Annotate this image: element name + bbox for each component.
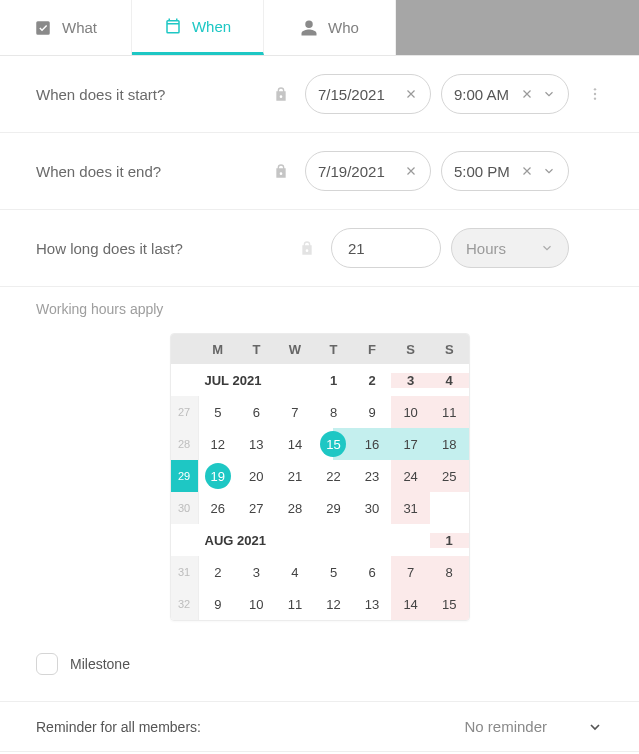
calendar-cell[interactable]: 2: [353, 373, 392, 388]
calendar-cell[interactable]: 7: [276, 396, 315, 428]
tab-when[interactable]: When: [132, 0, 264, 55]
calendar-cell[interactable]: 4: [276, 556, 315, 588]
end-date-input[interactable]: [318, 163, 396, 180]
calendar-month-row: JUL 2021 1 2 3 4: [171, 364, 469, 396]
calendar-cell[interactable]: 20: [237, 460, 276, 492]
duration-unit-select[interactable]: Hours: [451, 228, 569, 268]
start-date-input[interactable]: [318, 86, 396, 103]
calendar-wrap: M T W T F S S JUL 2021 1 2 3 4 27 5 6 7 …: [0, 327, 639, 643]
calendar-cell[interactable]: 21: [276, 460, 315, 492]
calendar-cell[interactable]: 9: [199, 588, 238, 620]
end-time-input[interactable]: [454, 163, 512, 180]
calendar-cell[interactable]: 4: [430, 373, 469, 388]
end-row: When does it end?: [0, 133, 639, 210]
tab-what-label: What: [62, 19, 97, 36]
calendar-cell[interactable]: 1: [314, 373, 353, 388]
milestone-label: Milestone: [70, 656, 130, 672]
calendar-header: M T W T F S S: [171, 334, 469, 364]
calendar-cell[interactable]: 3: [237, 556, 276, 588]
calendar-cell[interactable]: 25: [430, 460, 469, 492]
tabs-bar: What When Who: [0, 0, 639, 56]
calendar-cell[interactable]: 7: [391, 556, 430, 588]
dow-label: S: [391, 342, 430, 357]
calendar-cell[interactable]: 11: [276, 588, 315, 620]
dow-label: F: [353, 342, 392, 357]
calendar-cell[interactable]: 3: [391, 373, 430, 388]
calendar-cell[interactable]: 15: [430, 588, 469, 620]
calendar-cell[interactable]: 10: [237, 588, 276, 620]
duration-input[interactable]: [331, 228, 441, 268]
reminder-all-row[interactable]: Reminder for all members: No reminder: [0, 702, 639, 752]
calendar-cell[interactable]: 6: [237, 396, 276, 428]
calendar-cell[interactable]: 9: [353, 396, 392, 428]
calendar-week: 29 19 20 21 22 23 24 25: [171, 460, 469, 492]
duration-label: How long does it last?: [36, 240, 299, 257]
start-date-field[interactable]: [305, 74, 431, 114]
calendar-cell-range-end[interactable]: 19: [199, 460, 238, 492]
start-row: When does it start?: [0, 56, 639, 133]
calendar-cell[interactable]: 12: [199, 428, 238, 460]
dow-label: S: [430, 342, 469, 357]
tab-what[interactable]: What: [0, 0, 132, 55]
calendar-cell[interactable]: 6: [353, 556, 392, 588]
more-icon[interactable]: [587, 86, 603, 102]
calendar-cell[interactable]: 14: [276, 428, 315, 460]
calendar-cell[interactable]: 13: [237, 428, 276, 460]
calendar-cell[interactable]: 31: [391, 492, 430, 524]
calendar-cell[interactable]: 11: [430, 396, 469, 428]
calendar-month-row: AUG 2021 1: [171, 524, 469, 556]
calendar-cell[interactable]: 2: [199, 556, 238, 588]
calendar-month-label: JUL 2021: [199, 373, 315, 388]
end-date-field[interactable]: [305, 151, 431, 191]
calendar-cell[interactable]: 28: [276, 492, 315, 524]
calendar-cell[interactable]: 22: [314, 460, 353, 492]
duration-unit-label: Hours: [466, 240, 506, 257]
calendar-cell[interactable]: 17: [391, 428, 430, 460]
end-time-field[interactable]: [441, 151, 569, 191]
calendar-cell[interactable]: 8: [314, 396, 353, 428]
tab-who-label: Who: [328, 19, 359, 36]
reminder-all-label: Reminder for all members:: [36, 719, 201, 735]
calendar-cell[interactable]: [430, 492, 469, 524]
milestone-checkbox[interactable]: [36, 653, 58, 675]
close-icon[interactable]: [520, 87, 534, 101]
week-number: 30: [171, 492, 199, 524]
week-number: 27: [171, 396, 199, 428]
week-number: 28: [171, 428, 199, 460]
tab-who[interactable]: Who: [264, 0, 396, 55]
dow-label: T: [237, 342, 276, 357]
calendar[interactable]: M T W T F S S JUL 2021 1 2 3 4 27 5 6 7 …: [170, 333, 470, 621]
chevron-down-icon[interactable]: [542, 164, 556, 178]
close-icon[interactable]: [520, 164, 534, 178]
calendar-cell[interactable]: 18: [430, 428, 469, 460]
calendar-cell[interactable]: 8: [430, 556, 469, 588]
lock-icon: [299, 240, 315, 256]
lock-icon: [273, 163, 289, 179]
calendar-cell[interactable]: 29: [314, 492, 353, 524]
calendar-week: 32 9 10 11 12 13 14 15: [171, 588, 469, 620]
calendar-cell[interactable]: 24: [391, 460, 430, 492]
calendar-cell[interactable]: 30: [353, 492, 392, 524]
calendar-cell[interactable]: 23: [353, 460, 392, 492]
end-label: When does it end?: [36, 163, 273, 180]
svg-point-1: [594, 93, 596, 95]
calendar-cell[interactable]: 13: [353, 588, 392, 620]
calendar-cell[interactable]: 12: [314, 588, 353, 620]
calendar-month-label: AUG 2021: [199, 533, 430, 548]
calendar-cell[interactable]: 26: [199, 492, 238, 524]
start-label: When does it start?: [36, 86, 273, 103]
start-time-input[interactable]: [454, 86, 512, 103]
calendar-cell[interactable]: 5: [314, 556, 353, 588]
calendar-cell[interactable]: 1: [430, 533, 469, 548]
calendar-cell[interactable]: 14: [391, 588, 430, 620]
chevron-down-icon[interactable]: [542, 87, 556, 101]
close-icon[interactable]: [404, 164, 418, 178]
calendar-cell[interactable]: 5: [199, 396, 238, 428]
start-time-field[interactable]: [441, 74, 569, 114]
calendar-cell[interactable]: 16: [353, 428, 392, 460]
calendar-cell[interactable]: 27: [237, 492, 276, 524]
calendar-cell[interactable]: 10: [391, 396, 430, 428]
calendar-week: 27 5 6 7 8 9 10 11: [171, 396, 469, 428]
calendar-cell-range-start[interactable]: 15: [314, 428, 353, 460]
close-icon[interactable]: [404, 87, 418, 101]
